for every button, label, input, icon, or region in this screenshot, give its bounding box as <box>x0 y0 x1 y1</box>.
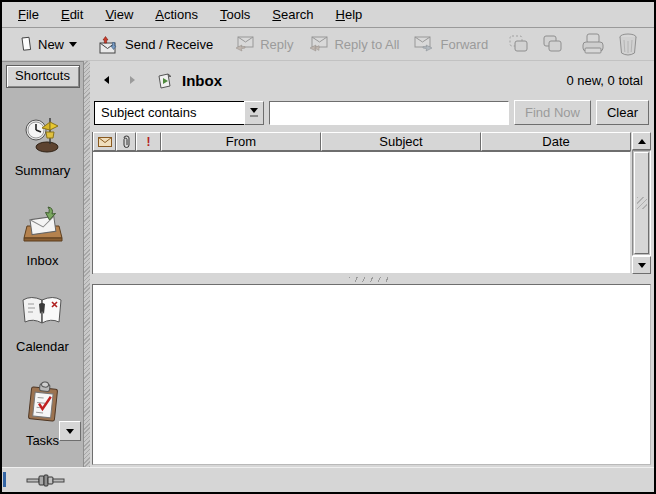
send-receive-icon <box>97 35 120 54</box>
attachment-column-header[interactable] <box>116 132 136 151</box>
reply-to-all-button[interactable]: Reply to All <box>303 32 403 56</box>
splitter-grip-icon <box>349 277 393 282</box>
shortcut-bar-scroll-down-button[interactable] <box>59 421 81 441</box>
arrow-down-icon <box>66 429 74 434</box>
menu-view[interactable]: View <box>105 7 133 22</box>
sidebar-item-summary[interactable]: Summary <box>15 114 71 178</box>
menu-tools[interactable]: Tools <box>220 7 250 22</box>
reply-button[interactable]: Reply <box>229 32 297 56</box>
back-button[interactable] <box>96 70 116 90</box>
sidebar-item-calendar[interactable]: Calendar <box>16 294 69 354</box>
folder-message-counts: 0 new, 0 total <box>566 73 643 88</box>
online-status-icon[interactable] <box>26 473 66 487</box>
message-list: ! From Subject Date <box>92 132 651 274</box>
reply-button-label: Reply <box>260 37 293 52</box>
new-button-label: New <box>38 37 64 52</box>
toolbar: New Send / Receive <box>2 28 654 61</box>
menu-file[interactable]: File <box>18 7 39 22</box>
shortcuts-group-button[interactable]: Shortcuts <box>6 65 80 88</box>
column-header-from[interactable]: From <box>161 132 321 151</box>
forward-nav-button[interactable] <box>122 70 142 90</box>
forward-button[interactable]: Forward <box>409 32 492 56</box>
delete-button[interactable] <box>614 29 642 60</box>
folder-title: Inbox <box>182 72 222 89</box>
move-to-folder-button[interactable] <box>504 30 532 58</box>
copy-to-folder-button[interactable] <box>538 30 566 58</box>
search-criteria-combo[interactable]: Subject contains <box>94 101 264 125</box>
column-header-subject[interactable]: Subject <box>321 132 481 151</box>
sidebar-item-label: Inbox <box>27 253 59 268</box>
shortcut-bar: Shortcuts Summary <box>2 61 84 467</box>
scrollbar-trough[interactable] <box>632 150 651 256</box>
sidebar-item-tasks[interactable]: Tasks <box>23 380 63 448</box>
search-input[interactable] <box>269 101 509 125</box>
menu-help[interactable]: Help <box>336 7 363 22</box>
search-bar: Subject contains Find Now Clear <box>90 99 651 126</box>
clear-button[interactable]: Clear <box>596 100 649 125</box>
forward-button-label: Forward <box>440 37 488 52</box>
sidebar-item-label: Summary <box>15 163 71 178</box>
message-list-scrollbar[interactable] <box>632 132 651 274</box>
inbox-folder-icon <box>156 72 174 89</box>
print-icon <box>580 32 606 56</box>
evolution-main-window: File Edit View Actions Tools Search Help… <box>0 0 656 494</box>
arrow-down-icon <box>638 263 646 268</box>
scrollbar-grip <box>637 197 647 209</box>
new-button[interactable]: New <box>14 33 81 55</box>
reply-to-all-button-label: Reply to All <box>334 37 399 52</box>
chevron-down-icon <box>69 42 77 47</box>
column-header-date[interactable]: Date <box>481 132 631 151</box>
scroll-down-button[interactable] <box>632 256 651 274</box>
message-preview-pane[interactable] <box>92 284 651 465</box>
menu-search[interactable]: Search <box>272 7 313 22</box>
preview-splitter[interactable] <box>90 274 651 284</box>
print-button[interactable] <box>578 29 608 59</box>
new-message-icon <box>18 36 33 52</box>
tasks-icon <box>23 380 63 424</box>
scroll-up-button[interactable] <box>632 132 651 150</box>
chevron-down-icon <box>250 108 258 113</box>
sidebar-item-label: Calendar <box>16 339 69 354</box>
move-to-folder-icon <box>506 33 530 55</box>
message-status-column-header[interactable] <box>93 132 116 151</box>
sidebar-item-inbox[interactable]: Inbox <box>21 204 65 268</box>
arrow-right-icon <box>130 76 135 84</box>
find-now-button[interactable]: Find Now <box>514 100 591 125</box>
send-receive-button[interactable]: Send / Receive <box>93 32 217 57</box>
reply-all-icon <box>307 35 329 53</box>
menu-edit[interactable]: Edit <box>61 7 83 22</box>
search-criteria-value: Subject contains <box>94 101 244 125</box>
status-accent-mark <box>3 472 6 487</box>
message-list-body[interactable] <box>93 151 631 274</box>
menu-bar: File Edit View Actions Tools Search Help <box>2 2 654 28</box>
message-list-header: ! From Subject Date <box>93 132 631 151</box>
status-bar <box>2 467 654 492</box>
importance-column-header[interactable]: ! <box>136 132 161 151</box>
envelope-icon <box>98 137 112 147</box>
scrollbar-thumb[interactable] <box>634 152 649 254</box>
summary-icon <box>22 114 64 154</box>
trash-icon <box>616 32 640 57</box>
reply-icon <box>233 35 255 53</box>
combo-arrow-button[interactable] <box>244 101 264 125</box>
folder-title-bar: Inbox 0 new, 0 total <box>90 61 651 99</box>
arrow-left-icon <box>104 76 109 84</box>
calendar-icon <box>19 294 65 330</box>
inbox-icon <box>21 204 65 244</box>
menu-actions[interactable]: Actions <box>155 7 198 22</box>
forward-icon <box>413 35 435 53</box>
send-receive-button-label: Send / Receive <box>125 37 213 52</box>
copy-to-folder-icon <box>540 33 564 55</box>
paperclip-icon <box>122 135 131 149</box>
main-pane: Inbox 0 new, 0 total Subject contains Fi… <box>90 61 654 467</box>
arrow-up-icon <box>638 139 646 144</box>
sidebar-item-label: Tasks <box>26 433 59 448</box>
